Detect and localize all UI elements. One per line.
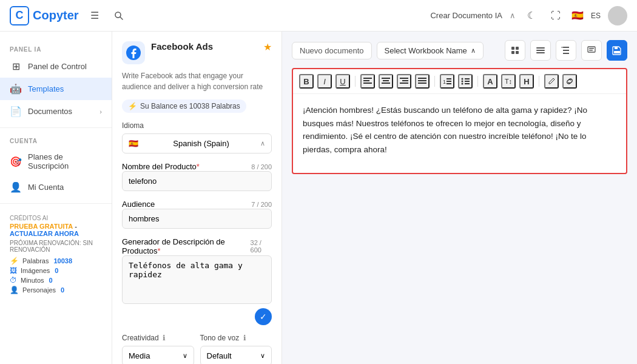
tono-value: Default xyxy=(207,351,232,360)
language-flag: 🇪🇸 xyxy=(571,10,584,21)
plan-separator: - xyxy=(75,223,77,230)
product-input[interactable] xyxy=(122,171,272,191)
sidebar-documentos-label: Documentos xyxy=(28,107,72,116)
svg-rect-22 xyxy=(400,78,408,79)
audience-input[interactable] xyxy=(122,209,272,229)
expand-icon[interactable]: ⛶ xyxy=(547,7,564,24)
workbook-selector[interactable]: Select Workbook Name ∧ xyxy=(377,42,484,59)
toolbar-btn-4[interactable] xyxy=(581,40,602,61)
list-ol-btn[interactable]: 1. xyxy=(440,74,454,89)
creatividad-info[interactable]: ℹ xyxy=(163,334,166,342)
crear-chevron: ∧ xyxy=(510,11,516,20)
toolbar-btn-2[interactable] xyxy=(530,40,551,61)
templates-icon: 🤖 xyxy=(10,83,22,95)
product-group: Nombre del Producto* 8 / 200 xyxy=(122,162,272,191)
tono-info[interactable]: ℹ xyxy=(243,334,246,342)
justify-btn[interactable] xyxy=(415,74,430,89)
center-panel: Facebook Ads ★ Write Facebook ads that e… xyxy=(112,32,282,364)
search-icon[interactable] xyxy=(110,7,127,24)
svg-rect-31 xyxy=(447,83,451,84)
balance-text: Su Balance es 10038 Palabras xyxy=(140,102,240,110)
idioma-group: Idioma 🇪🇸 Spanish (Spain) ∧ xyxy=(122,121,272,153)
toolbar-btn-save[interactable] xyxy=(607,40,627,61)
generator-count: 32 / 600 xyxy=(251,239,272,254)
idioma-select[interactable]: 🇪🇸 Spanish (Spain) ∧ xyxy=(122,133,272,153)
font-size-btn[interactable]: T↕ xyxy=(501,74,516,89)
creatividad-select[interactable]: Media ∨ xyxy=(122,346,194,364)
audience-label: Audience xyxy=(122,200,155,209)
sidebar: PANEL IA ⊞ Panel de Control 🤖 Templates … xyxy=(0,32,112,364)
svg-rect-11 xyxy=(588,47,595,52)
underline-btn[interactable]: U xyxy=(335,74,350,89)
tono-select[interactable]: Default ∨ xyxy=(200,346,272,364)
svg-rect-4 xyxy=(516,47,519,50)
link-btn[interactable] xyxy=(562,74,577,89)
plan-update-btn[interactable]: ACTUALIZAR AHORA xyxy=(10,230,79,237)
planes-icon: 🎯 xyxy=(10,156,22,167)
proxima-renovacion: PRÓXIMA RENOVACIÓN: SIN RENOVACIÓN xyxy=(10,240,102,253)
logo-box: C xyxy=(10,6,29,25)
creatividad-value: Media xyxy=(129,351,150,360)
toolbar-btn-1[interactable] xyxy=(505,40,525,61)
check-button[interactable]: ✓ xyxy=(255,308,272,325)
product-label-row: Nombre del Producto* 8 / 200 xyxy=(122,162,272,171)
favorite-star[interactable]: ★ xyxy=(263,41,272,53)
heading-btn[interactable]: H xyxy=(519,74,534,89)
crear-ia-label[interactable]: Crear Documento IA xyxy=(430,11,502,20)
sidebar-item-documentos[interactable]: 📄 Documentos › xyxy=(0,100,112,123)
list-ul-btn[interactable] xyxy=(458,74,473,89)
align-left-btn[interactable] xyxy=(360,74,375,89)
documentos-arrow: › xyxy=(99,108,102,115)
align-right-btn[interactable] xyxy=(397,74,411,89)
generator-label: Generador de Descripción de Productos* xyxy=(122,237,251,255)
sidebar-item-planes[interactable]: 🎯 Planes de Suscripción xyxy=(0,147,112,176)
svg-rect-19 xyxy=(382,78,390,79)
editor-content[interactable]: ¡Atención hombres! ¿Estás buscando un te… xyxy=(293,94,626,173)
sidebar-item-panel-control[interactable]: ⊞ Panel de Control xyxy=(0,55,112,78)
user-avatar[interactable] xyxy=(608,6,627,25)
personajes-icon: 👤 xyxy=(10,286,19,294)
generator-textarea[interactable]: Teléfonos de alta gama y rapidez xyxy=(122,255,272,304)
creditos-label: CRÉDITOS AI xyxy=(10,215,102,221)
credits-section: CRÉDITOS AI PRUEBA GRATUITA - ACTUALIZAR… xyxy=(0,209,112,302)
align-center-btn[interactable] xyxy=(379,74,393,89)
svg-point-33 xyxy=(462,81,463,83)
svg-rect-9 xyxy=(536,52,545,53)
minutos-count: 0 xyxy=(49,277,53,284)
template-info: Facebook Ads xyxy=(151,41,257,52)
generator-group: Generador de Descripción de Productos* 3… xyxy=(122,237,272,325)
tono-chevron: ∨ xyxy=(260,352,265,360)
svg-rect-26 xyxy=(418,80,426,81)
svg-rect-21 xyxy=(382,83,390,84)
idioma-value: Spanish (Spain) xyxy=(173,139,229,148)
bold-btn[interactable]: B xyxy=(299,74,314,89)
italic-btn[interactable]: I xyxy=(317,74,332,89)
svg-rect-15 xyxy=(614,51,620,53)
darkmode-icon[interactable]: ☾ xyxy=(523,7,540,24)
svg-rect-23 xyxy=(402,80,408,81)
plan-links: PRUEBA GRATUITA - ACTUALIZAR AHORA xyxy=(10,223,102,237)
bottom-selects: Creatividad ℹ Media ∨ Tono de voz ℹ Defa… xyxy=(122,334,272,364)
pencil-btn[interactable] xyxy=(544,74,559,89)
right-panel: Nuevo documento Select Workbook Name ∧ xyxy=(282,32,637,364)
svg-rect-36 xyxy=(465,81,470,82)
imagenes-label: Imágenes xyxy=(21,267,50,274)
product-label: Nombre del Producto* xyxy=(122,162,200,171)
creatividad-group: Creatividad ℹ Media ∨ xyxy=(122,334,194,364)
sidebar-planes-label: Planes de Suscripción xyxy=(28,152,102,170)
svg-rect-13 xyxy=(589,50,593,51)
credit-personajes: 👤 Personajes 0 xyxy=(10,286,102,294)
nuevo-documento-btn[interactable]: Nuevo documento xyxy=(292,42,372,59)
language-label[interactable]: ES xyxy=(591,12,601,20)
plan-free-label: PRUEBA GRATUITA xyxy=(10,223,73,230)
toolbar-btn-3[interactable] xyxy=(556,40,576,61)
toolbar-sep-3 xyxy=(477,76,478,87)
sidebar-item-mi-cuenta[interactable]: 👤 Mi Cuenta xyxy=(0,176,112,198)
svg-point-34 xyxy=(462,83,463,85)
svg-rect-30 xyxy=(447,81,451,82)
app-logo[interactable]: C Copyter xyxy=(10,6,79,25)
font-color-btn[interactable]: A xyxy=(483,74,497,89)
minutos-label: Minutos xyxy=(21,277,44,284)
menu-icon[interactable]: ☰ xyxy=(86,7,103,24)
sidebar-item-templates[interactable]: 🤖 Templates xyxy=(0,78,112,100)
